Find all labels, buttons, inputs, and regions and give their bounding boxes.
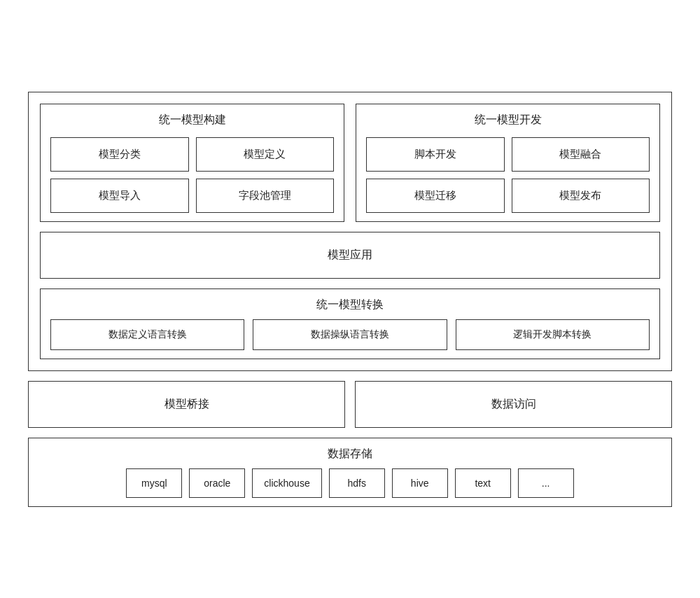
conversion-cells: 数据定义语言转换 数据操纵语言转换 逻辑开发脚本转换 bbox=[50, 319, 650, 350]
data-access-box: 数据访问 bbox=[355, 381, 672, 428]
storage-more: ... bbox=[518, 468, 574, 498]
panel-left: 统一模型构建 模型分类 模型定义 模型导入 字段池管理 bbox=[40, 104, 344, 222]
cell-logic-script: 逻辑开发脚本转换 bbox=[456, 319, 650, 350]
cell-dml: 数据操纵语言转换 bbox=[253, 319, 447, 350]
cell-model-publish: 模型发布 bbox=[512, 179, 650, 213]
bridge-row: 模型桥接 数据访问 bbox=[28, 381, 672, 428]
main-container: 统一模型构建 模型分类 模型定义 模型导入 字段池管理 统一模型开发 脚本开发 … bbox=[28, 92, 672, 507]
outer-box: 统一模型构建 模型分类 模型定义 模型导入 字段池管理 统一模型开发 脚本开发 … bbox=[28, 92, 672, 371]
storage-text: text bbox=[455, 468, 511, 498]
cell-model-migrate: 模型迁移 bbox=[366, 179, 505, 213]
cell-model-fusion: 模型融合 bbox=[512, 137, 650, 172]
cell-ddl: 数据定义语言转换 bbox=[50, 319, 244, 350]
bridge-box: 模型桥接 bbox=[28, 381, 345, 428]
conversion-title: 统一模型转换 bbox=[50, 298, 650, 312]
storage-box: 数据存储 mysql oracle clickhouse hdfs hive t… bbox=[28, 438, 672, 507]
storage-cells: mysql oracle clickhouse hdfs hive text .… bbox=[38, 468, 662, 498]
storage-hdfs: hdfs bbox=[329, 468, 385, 498]
cell-model-classify: 模型分类 bbox=[50, 137, 189, 172]
panel-right-title: 统一模型开发 bbox=[366, 113, 650, 127]
panel-right-grid: 脚本开发 模型融合 模型迁移 模型发布 bbox=[366, 137, 650, 213]
panel-left-grid: 模型分类 模型定义 模型导入 字段池管理 bbox=[50, 137, 334, 213]
cell-model-import: 模型导入 bbox=[50, 179, 189, 213]
cell-model-define: 模型定义 bbox=[196, 137, 335, 172]
storage-oracle: oracle bbox=[189, 468, 245, 498]
storage-clickhouse: clickhouse bbox=[252, 468, 321, 498]
cell-field-pool: 字段池管理 bbox=[196, 179, 335, 213]
top-row: 统一模型构建 模型分类 模型定义 模型导入 字段池管理 统一模型开发 脚本开发 … bbox=[40, 104, 660, 222]
panel-left-title: 统一模型构建 bbox=[50, 113, 334, 127]
storage-mysql: mysql bbox=[126, 468, 182, 498]
storage-hive: hive bbox=[392, 468, 448, 498]
conversion-box: 统一模型转换 数据定义语言转换 数据操纵语言转换 逻辑开发脚本转换 bbox=[40, 288, 660, 359]
cell-script-dev: 脚本开发 bbox=[366, 137, 505, 172]
panel-right: 统一模型开发 脚本开发 模型融合 模型迁移 模型发布 bbox=[356, 104, 660, 222]
storage-title: 数据存储 bbox=[38, 447, 662, 461]
model-app-box: 模型应用 bbox=[40, 232, 660, 279]
